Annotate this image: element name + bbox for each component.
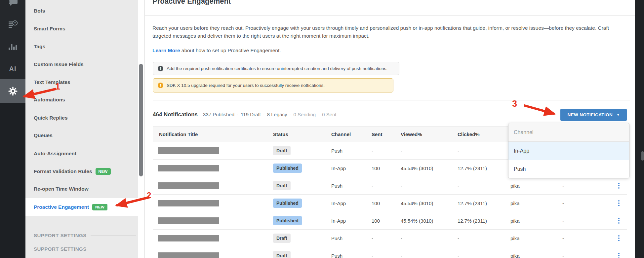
alert-text: SDK X 10.5 upgrade required for your use…: [167, 83, 325, 88]
clicked-cell: -: [453, 253, 506, 258]
viewed-cell: 45.54% (3010): [396, 201, 453, 206]
page-scrollbar-thumb[interactable]: [641, 151, 644, 161]
stat-draft: 119 Draft: [241, 112, 261, 117]
sidebar-item-smart-forms[interactable]: Smart Forms: [25, 20, 138, 38]
sidebar-item-custom-issue-fields[interactable]: Custom Issue Fields: [25, 55, 138, 73]
creator-cell: pika: [506, 253, 558, 258]
sidebar-item-queues[interactable]: Queues: [25, 127, 138, 144]
sidebar-item-proactive-engagement[interactable]: Proactive Engagement NEW: [25, 198, 138, 216]
sidebar-item-label: Bots: [34, 8, 45, 14]
redacted-title-bar: [158, 165, 219, 171]
sidebar-item-auto-assignment[interactable]: Auto-Assignment: [25, 145, 138, 163]
channel-cell: In-App: [327, 201, 367, 206]
section-divider: [153, 100, 630, 100]
redacted-title-bar: [158, 147, 219, 154]
clicked-cell: 12.7% (2311): [453, 201, 506, 206]
sidebar-item-bots[interactable]: Bots: [25, 2, 138, 20]
kebab-menu-icon[interactable]: [616, 233, 622, 243]
status-badge: Draft: [273, 146, 291, 155]
viewed-cell: -: [396, 183, 453, 189]
faq-icon[interactable]: ?: [0, 20, 25, 30]
stat-separator: ·: [237, 112, 238, 117]
viewed-cell: -: [396, 148, 453, 154]
table-row[interactable]: Published In-App 100 45.54% (3010) 12.7%…: [153, 195, 627, 212]
sdk-upgrade-alert: ! SDK X 10.5 upgrade required for your u…: [153, 78, 393, 92]
col-header-notification-title: Notification Title: [153, 127, 268, 142]
stat-separator: ·: [263, 112, 265, 117]
section-header-support-settings-2: SUPPORT SETTINGS: [25, 244, 138, 253]
page-title: Proactive Engagement: [152, 0, 231, 6]
status-badge: Draft: [273, 251, 291, 258]
learn-more-link[interactable]: Learn More: [152, 48, 180, 53]
new-notification-button[interactable]: NEW NOTIFICATION ▼: [560, 109, 627, 121]
sidebar-item-label: Automations: [34, 97, 65, 103]
stat-legacy: 8 Legacy: [267, 112, 287, 117]
col-header-sent: Sent: [367, 131, 396, 137]
svg-text:?: ?: [14, 21, 16, 25]
dropdown-item-in-app[interactable]: In-App: [508, 142, 629, 160]
sidebar-item-label: Format Validation Rules: [34, 168, 92, 174]
intro-paragraph: Reach your users before they reach out. …: [152, 24, 609, 40]
sidebar-scrollbar-thumb[interactable]: [139, 64, 143, 176]
extra-cell: -: [558, 201, 611, 206]
sidebar-item-text-templates[interactable]: Text Templates: [25, 73, 138, 91]
sidebar-item-quick-replies[interactable]: Quick Replies: [25, 109, 138, 127]
sidebar-item-label: Quick Replies: [34, 115, 68, 121]
sidebar-item-label: Auto-Assignment: [34, 151, 76, 157]
sidebar-item-format-validation-rules[interactable]: Format Validation Rules NEW: [25, 163, 138, 180]
extra-cell: -: [558, 183, 611, 189]
channel-cell: In-App: [327, 218, 367, 224]
table-row[interactable]: Draft Push - - - pika -: [153, 230, 627, 247]
settings-gear-icon[interactable]: [0, 86, 25, 96]
notifications-count: 464 Notifications: [153, 111, 198, 118]
creator-cell: pika: [506, 183, 558, 189]
stat-published: 337 Published: [203, 112, 234, 117]
intro-line-2: targeted messages and deliver them to th…: [152, 32, 609, 40]
stat-sent: 0 Sent: [322, 112, 336, 117]
dropdown-item-push[interactable]: Push: [508, 160, 629, 178]
redacted-title-cell: [153, 142, 268, 159]
kebab-menu-icon[interactable]: [616, 251, 622, 258]
title-divider: [145, 15, 635, 16]
channel-cell: Push: [327, 236, 367, 241]
warning-icon: !: [158, 83, 163, 88]
sidebar-item-automations[interactable]: Automations: [25, 91, 138, 109]
sidebar-item-reopen-time-window[interactable]: Re-open Time Window: [25, 180, 138, 198]
analytics-icon[interactable]: [0, 43, 25, 50]
sent-cell: 100: [367, 218, 396, 224]
sidebar-item-label: Custom Issue Fields: [34, 61, 84, 67]
viewed-cell: 45.54% (3010): [396, 218, 453, 224]
redacted-title-cell: [153, 212, 268, 229]
sidebar-item-label: Tags: [34, 44, 45, 50]
extra-cell: -: [558, 253, 611, 258]
learn-more-text: about how to set up Proactive Engagement…: [180, 48, 281, 53]
sent-cell: -: [367, 148, 396, 154]
col-header-viewed: Viewed%: [396, 131, 453, 137]
sidebar-item-tags[interactable]: Tags: [25, 38, 138, 55]
table-row[interactable]: Draft Push - - - pika -: [153, 177, 627, 195]
table-row[interactable]: Published In-App 100 45.54% (3010) 12.7%…: [153, 212, 627, 230]
redacted-title-bar: [158, 200, 219, 206]
learn-more-row: Learn More about how to set up Proactive…: [152, 48, 281, 54]
table-row[interactable]: Draft Push - - - pika -: [153, 247, 627, 258]
section-divider: [91, 249, 136, 249]
redacted-title-cell: [153, 160, 268, 177]
redacted-title-bar: [158, 217, 219, 224]
conversations-icon[interactable]: [0, 0, 25, 7]
ai-icon[interactable]: AI: [0, 64, 25, 73]
clicked-cell: 12.7% (2311): [453, 218, 506, 224]
redacted-title-bar: [158, 182, 219, 189]
kebab-menu-icon[interactable]: [616, 181, 622, 191]
notifications-summary: 464 Notifications 337 Published · 119 Dr…: [153, 111, 337, 118]
sent-cell: -: [367, 253, 396, 258]
channel-cell: In-App: [327, 166, 367, 171]
clicked-cell: 12.7% (2311): [453, 166, 506, 171]
status-badge: Published: [273, 216, 302, 225]
stat-separator: ·: [318, 112, 320, 117]
app-window: ? AI: [0, 0, 644, 258]
kebab-menu-icon[interactable]: [616, 198, 622, 208]
sent-cell: -: [367, 236, 396, 241]
sidebar-item-label: Text Templates: [34, 79, 70, 85]
redacted-title-cell: [153, 195, 268, 212]
kebab-menu-icon[interactable]: [616, 216, 622, 226]
